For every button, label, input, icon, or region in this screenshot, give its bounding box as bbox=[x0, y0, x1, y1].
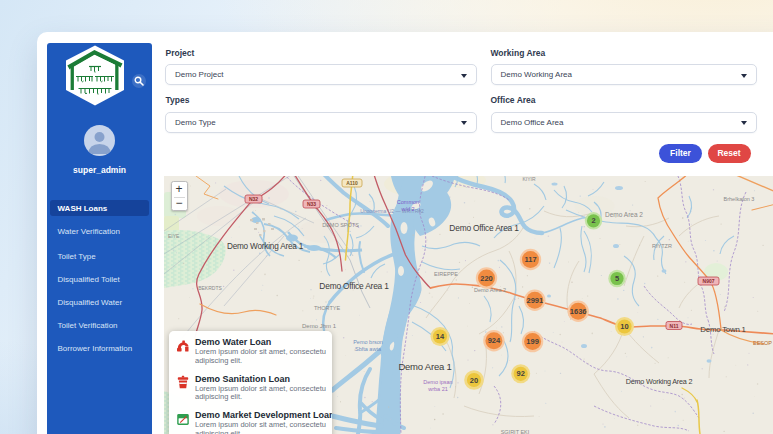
svg-text:A110: A110 bbox=[346, 180, 358, 186]
svg-text:BEKRDTS: BEKRDTS bbox=[198, 285, 222, 291]
svg-text:20: 20 bbox=[469, 376, 477, 385]
svg-text:92: 92 bbox=[516, 369, 524, 378]
svg-text:RIYTZR: RIYTZR bbox=[652, 243, 672, 249]
svg-text:N32: N32 bbox=[248, 196, 257, 202]
svg-text:5: 5 bbox=[614, 274, 618, 283]
svg-text:Pemo brson: Pemo brson bbox=[353, 339, 383, 345]
svg-text:199: 199 bbox=[526, 337, 539, 346]
svg-text:N907: N907 bbox=[702, 278, 714, 284]
svg-text:EIREPPE: EIREPPE bbox=[434, 271, 458, 277]
svg-text:Demo Working Area 1: Demo Working Area 1 bbox=[226, 242, 303, 251]
svg-text:Demo ipsan: Demo ipsan bbox=[423, 379, 452, 385]
svg-text:Common: Common bbox=[396, 199, 418, 205]
svg-text:Demo Area 1: Demo Area 1 bbox=[398, 361, 451, 372]
svg-text:14: 14 bbox=[435, 332, 444, 341]
svg-text:Demo Area 2: Demo Area 2 bbox=[605, 211, 643, 218]
svg-text:Sbfta awta: Sbfta awta bbox=[355, 346, 382, 352]
svg-text:Demo Jhm 1: Demo Jhm 1 bbox=[301, 323, 336, 329]
svg-text:EIYE: EIYE bbox=[168, 233, 180, 239]
svg-text:2991: 2991 bbox=[526, 296, 543, 305]
svg-text:Demo Town 1: Demo Town 1 bbox=[700, 325, 745, 334]
svg-text:DEMO SPOTS: DEMO SPOTS bbox=[322, 222, 359, 228]
svg-text:117: 117 bbox=[524, 255, 536, 264]
svg-text:Demo Office Area 1: Demo Office Area 1 bbox=[319, 281, 389, 291]
svg-text:w/d 2: w/d 2 bbox=[400, 206, 414, 212]
svg-text:Brhelkaton 3: Brhelkaton 3 bbox=[723, 196, 754, 202]
svg-text:10: 10 bbox=[620, 322, 628, 331]
svg-text:Demo Working Area 2: Demo Working Area 2 bbox=[625, 377, 692, 386]
svg-text:EESOP: EESOP bbox=[753, 340, 772, 346]
svg-text:wrba 21: wrba 21 bbox=[427, 386, 448, 392]
svg-text:220: 220 bbox=[480, 274, 493, 283]
svg-text:Demo Office Area 1: Demo Office Area 1 bbox=[449, 223, 519, 233]
svg-text:KIYIR: KIYIR bbox=[522, 176, 535, 182]
svg-text:2: 2 bbox=[591, 216, 595, 225]
svg-text:1636: 1636 bbox=[569, 307, 586, 316]
svg-text:SGIRIT EKI: SGIRIT EKI bbox=[500, 429, 529, 434]
svg-text:N33: N33 bbox=[306, 201, 315, 207]
svg-text:THORTYE: THORTYE bbox=[313, 305, 340, 311]
svg-text:924: 924 bbox=[487, 336, 500, 345]
svg-text:N11: N11 bbox=[669, 323, 678, 329]
